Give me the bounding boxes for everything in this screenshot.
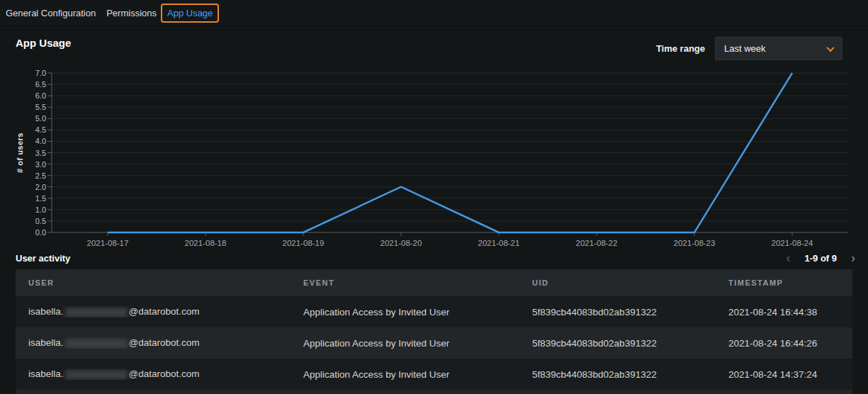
- y-tick-label: 0.5: [35, 217, 46, 225]
- x-tick-label: 2021-08-17: [87, 239, 129, 247]
- table-body: isabella.@datarobot.comApplication Acces…: [16, 296, 852, 394]
- table-header-row: USER EVENT UID TIMESTAMP: [16, 269, 852, 296]
- page-title: App Usage: [16, 37, 71, 49]
- chevron-right-icon[interactable]: ›: [851, 253, 855, 263]
- tab-app-usage[interactable]: App Usage: [161, 4, 219, 23]
- tab-bar: General Configuration Permissions App Us…: [0, 0, 868, 26]
- user-activity-title: User activity: [16, 253, 70, 264]
- table-row: [16, 390, 852, 394]
- table-row: isabella.@datarobot.comApplication Acces…: [16, 296, 852, 327]
- cell-uid: 5f839cb44083bd02ab391322: [519, 307, 716, 317]
- column-header-event: EVENT: [291, 278, 519, 287]
- y-tick-label: 4.5: [35, 125, 46, 134]
- cell-timestamp: 2021-08-24 14:37:24: [716, 369, 852, 380]
- y-tick-label: 4.0: [35, 137, 46, 145]
- y-axis-title: # of users: [16, 133, 24, 173]
- chevron-left-icon[interactable]: ‹: [786, 253, 790, 263]
- cell-user: isabella.@datarobot.com: [16, 368, 291, 379]
- app-usage-line-chart: 0.00.51.01.52.02.53.03.54.04.55.05.56.06…: [0, 67, 868, 252]
- x-tick-label: 2021-08-18: [185, 239, 227, 247]
- cell-user: isabella.@datarobot.com: [16, 337, 291, 348]
- cell-timestamp: 2021-08-24 16:44:26: [716, 338, 852, 349]
- y-tick-label: 6.5: [35, 80, 46, 89]
- y-tick-label: 1.0: [35, 206, 46, 214]
- y-tick-label: 7.0: [35, 69, 46, 77]
- chevron-down-icon: [826, 43, 834, 51]
- pagination: ‹ 1-9 of 9 ›: [786, 253, 855, 264]
- y-tick-label: 3.5: [35, 149, 46, 157]
- x-tick-label: 2021-08-19: [283, 239, 325, 247]
- y-tick-label: 3.0: [35, 160, 46, 169]
- table-row: isabella.@datarobot.comApplication Acces…: [16, 359, 852, 390]
- tab-general-configuration[interactable]: General Configuration: [6, 8, 96, 18]
- cell-event: Application Access by Invited User: [291, 338, 519, 349]
- time-range-select[interactable]: Last week: [715, 37, 842, 60]
- y-tick-label: 2.5: [35, 171, 46, 180]
- time-range-selected-value: Last week: [724, 43, 766, 54]
- cell-user: isabella.@datarobot.com: [16, 306, 291, 317]
- x-tick-label: 2021-08-22: [576, 239, 618, 247]
- x-tick-label: 2021-08-23: [674, 239, 716, 247]
- column-header-uid: UID: [519, 278, 716, 287]
- redacted-text: [65, 308, 128, 317]
- cell-event: Application Access by Invited User: [291, 307, 519, 317]
- x-tick-label: 2021-08-24: [772, 239, 813, 247]
- user-activity-table: USER EVENT UID TIMESTAMP isabella.@datar…: [16, 269, 852, 394]
- column-header-timestamp: TIMESTAMP: [716, 278, 852, 287]
- y-tick-label: 1.5: [35, 194, 46, 203]
- redacted-text: [65, 370, 128, 380]
- cell-uid: 5f839cb44083bd02ab391322: [519, 369, 716, 380]
- time-range-control: Time range Last week: [656, 37, 842, 60]
- y-tick-label: 5.0: [35, 114, 46, 123]
- tab-permissions[interactable]: Permissions: [106, 8, 157, 18]
- x-tick-label: 2021-08-21: [478, 239, 520, 247]
- table-row: isabella.@datarobot.comApplication Acces…: [16, 327, 852, 359]
- y-tick-label: 5.5: [35, 103, 46, 111]
- redacted-text: [65, 339, 128, 349]
- pagination-range: 1-9 of 9: [804, 253, 837, 264]
- x-tick-label: 2021-08-20: [381, 239, 422, 247]
- y-tick-label: 0.0: [35, 228, 46, 237]
- cell-event: Application Access by Invited User: [291, 369, 519, 380]
- time-range-label: Time range: [656, 43, 705, 54]
- cell-uid: 5f839cb44083bd02ab391322: [519, 338, 716, 349]
- y-tick-label: 2.0: [35, 183, 46, 191]
- y-tick-label: 6.0: [35, 91, 46, 100]
- column-header-user: USER: [16, 278, 291, 287]
- cell-timestamp: 2021-08-24 16:44:38: [716, 307, 852, 317]
